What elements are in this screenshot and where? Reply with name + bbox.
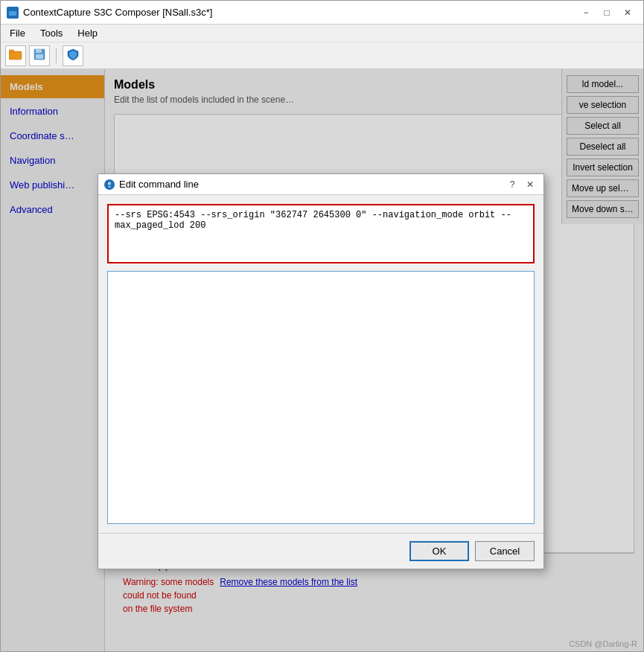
svg-rect-2 xyxy=(9,11,16,16)
svg-rect-1 xyxy=(10,8,13,10)
modal-body: --srs EPSG:4543 --srs_origin "362747 264… xyxy=(98,195,543,533)
title-bar: ContextCapture S3C Composer [NSall.s3c*]… xyxy=(1,1,643,25)
svg-rect-9 xyxy=(108,182,111,185)
open-icon xyxy=(9,48,22,63)
svg-rect-10 xyxy=(108,186,111,188)
menu-file[interactable]: File xyxy=(4,26,31,40)
modal-title-bar: Edit command line ? ✕ xyxy=(98,174,543,195)
command-input-secondary[interactable] xyxy=(107,271,535,524)
app-icon xyxy=(7,7,19,19)
modal-overlay: Edit command line ? ✕ --srs EPSG:4543 --… xyxy=(1,69,643,651)
modal-help-button[interactable]: ? xyxy=(505,178,520,191)
shield-icon xyxy=(67,48,79,63)
maximize-button[interactable]: □ xyxy=(597,5,616,20)
main-window: ContextCapture S3C Composer [NSall.s3c*]… xyxy=(0,0,644,652)
menu-tools[interactable]: Tools xyxy=(34,26,68,40)
close-button[interactable]: ✕ xyxy=(618,5,637,20)
command-input-primary[interactable]: --srs EPSG:4543 --srs_origin "362747 264… xyxy=(107,204,535,263)
modal-title: Edit command line xyxy=(119,179,199,190)
title-bar-controls: − □ ✕ xyxy=(576,5,637,20)
title-bar-left: ContextCapture S3C Composer [NSall.s3c*] xyxy=(7,7,212,19)
svg-rect-4 xyxy=(9,50,14,53)
edit-command-modal: Edit command line ? ✕ --srs EPSG:4543 --… xyxy=(98,173,544,569)
modal-close-button[interactable]: ✕ xyxy=(523,178,538,191)
modal-footer: OK Cancel xyxy=(98,533,543,569)
ok-button[interactable]: OK xyxy=(409,541,469,561)
svg-rect-7 xyxy=(36,54,43,59)
save-icon xyxy=(34,48,45,63)
toolbar-separator xyxy=(56,48,57,63)
save-button[interactable] xyxy=(29,45,50,66)
app-title: ContextCapture S3C Composer [NSall.s3c*] xyxy=(23,7,212,18)
minimize-button[interactable]: − xyxy=(576,5,596,20)
content-area: Models Information Coordinate s… Navigat… xyxy=(1,69,643,651)
toolbar xyxy=(1,42,643,69)
modal-title-left: Edit command line xyxy=(104,179,199,190)
svg-rect-6 xyxy=(36,49,42,53)
cancel-button[interactable]: Cancel xyxy=(475,541,535,561)
menu-help[interactable]: Help xyxy=(71,26,103,40)
modal-icon xyxy=(104,179,115,190)
open-button[interactable] xyxy=(5,45,26,66)
modal-title-controls: ? ✕ xyxy=(505,178,538,191)
menu-bar: File Tools Help xyxy=(1,25,643,42)
shield-button[interactable] xyxy=(63,45,83,66)
